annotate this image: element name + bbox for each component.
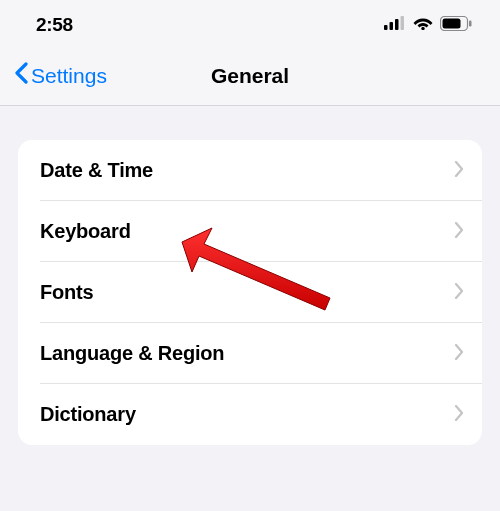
back-button[interactable]: Settings [14, 62, 107, 89]
chevron-left-icon [14, 62, 29, 89]
list-item-dictionary[interactable]: Dictionary [18, 384, 482, 445]
svg-rect-6 [443, 18, 461, 28]
list-item-language-region[interactable]: Language & Region [18, 323, 482, 384]
list-item-label: Language & Region [40, 342, 224, 365]
svg-rect-7 [469, 20, 472, 26]
svg-rect-2 [395, 19, 399, 30]
battery-icon [440, 16, 472, 35]
chevron-right-icon [454, 222, 464, 242]
navigation-bar: Settings General [0, 44, 500, 106]
status-bar: 2:58 [0, 0, 500, 44]
chevron-right-icon [454, 283, 464, 303]
wifi-icon [413, 16, 433, 34]
settings-list: Date & Time Keyboard Fonts Language & Re… [18, 140, 482, 445]
content: Date & Time Keyboard Fonts Language & Re… [0, 106, 500, 445]
status-time: 2:58 [36, 14, 73, 36]
list-item-keyboard[interactable]: Keyboard [18, 201, 482, 262]
chevron-right-icon [454, 161, 464, 181]
list-item-label: Keyboard [40, 220, 131, 243]
cellular-icon [384, 16, 406, 34]
list-item-date-time[interactable]: Date & Time [18, 140, 482, 201]
svg-rect-0 [384, 25, 388, 30]
list-item-fonts[interactable]: Fonts [18, 262, 482, 323]
svg-rect-1 [390, 22, 394, 30]
chevron-right-icon [454, 344, 464, 364]
list-item-label: Fonts [40, 281, 93, 304]
chevron-right-icon [454, 405, 464, 425]
svg-point-4 [421, 27, 424, 30]
page-title: General [211, 64, 289, 88]
svg-rect-3 [401, 16, 405, 30]
list-item-label: Date & Time [40, 159, 153, 182]
status-icons [384, 16, 472, 35]
back-label: Settings [31, 64, 107, 88]
list-item-label: Dictionary [40, 403, 136, 426]
